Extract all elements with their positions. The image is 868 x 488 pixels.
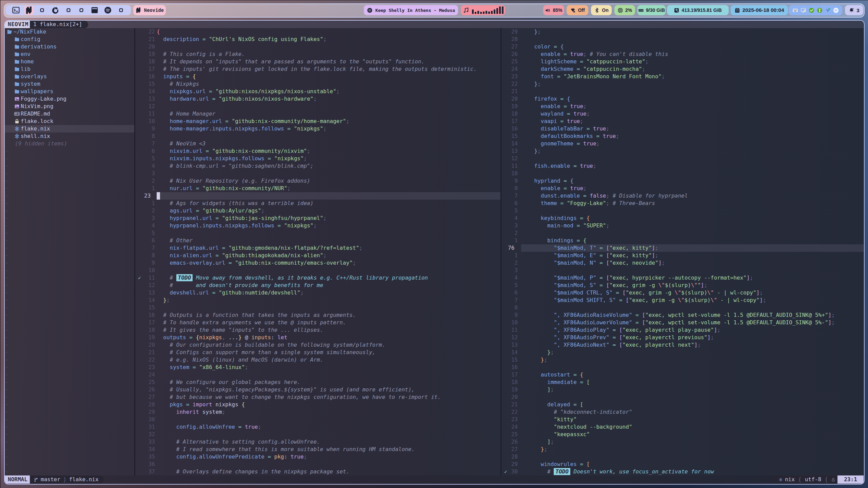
code-line-text: inputs = {: [157, 73, 196, 80]
explorer-item-home[interactable]: home: [5, 58, 135, 65]
code-line: 11 ", XF86AudioPlay" = ["exec, playerctl…: [501, 326, 864, 334]
explorer-item-overlays[interactable]: overlays: [5, 73, 135, 80]
neovim-icon: [25, 6, 33, 14]
code-pane-left[interactable]: 22{21 description = "ChUrl's NixOS confi…: [135, 28, 500, 475]
relative-line-number: 2: [501, 229, 518, 237]
code-token: # Alternative to setting config.allowUnf…: [157, 439, 320, 445]
code-token: =: [567, 110, 570, 117]
code-token: hyprland: [534, 178, 560, 184]
top-bar: Neovide Keep Shelly In Athens - Medusa 8…: [4, 3, 865, 18]
code-token: immediate: [547, 379, 577, 385]
code-token: =: [560, 200, 564, 206]
explorer-item-derivations[interactable]: derivations: [5, 43, 135, 50]
code-token: enable: [541, 51, 560, 57]
code-token: {: [157, 28, 160, 35]
code-line-text: theme = "Foggy-Lake"; # Three-Bears: [521, 200, 655, 207]
notifications-pill[interactable]: 3: [845, 5, 863, 15]
memory-value: 9/30 GiB: [646, 7, 665, 13]
code-token: ;: [537, 148, 541, 154]
code-token: "github:nix-community/home-manager": [232, 118, 346, 124]
code-token: }: [534, 148, 538, 154]
code-token: [567, 51, 570, 57]
media-pill[interactable]: Keep Shelly In Athens - Medusa: [364, 5, 458, 15]
code-token: "$mainMod SHIFT, S": [554, 297, 616, 303]
code-line: 9 emacs-overlay.url = "github:nix-commun…: [135, 259, 500, 267]
code-token: true: [570, 103, 584, 109]
disk-pill[interactable]: 413.19/915.81 GiB: [667, 5, 729, 15]
spotify-tray-icon[interactable]: [833, 7, 839, 13]
code-line-text: home-manager.url = "github:nix-community…: [157, 118, 349, 125]
relative-line-number: 37: [135, 468, 155, 475]
code-token: [573, 222, 577, 229]
relative-line-number: 14: [501, 349, 518, 356]
screen-lock-icon[interactable]: [801, 7, 806, 13]
code-line: 15 };: [501, 356, 864, 364]
network-pill[interactable]: Off: [567, 5, 588, 15]
code-token: devshell: [170, 289, 196, 296]
explorer-item-config[interactable]: config: [5, 36, 135, 43]
code-token: lightScheme: [541, 58, 577, 65]
code-token: [193, 334, 196, 341]
explorer-item-flake.nix[interactable]: flake.nix: [5, 125, 135, 133]
code-token: .: [206, 245, 209, 251]
code-token: =: [189, 334, 193, 341]
code-token: [157, 401, 170, 408]
code-token: [206, 36, 209, 42]
explorer-item-flake.lock[interactable]: flake.lock: [5, 118, 135, 125]
explorer-item-lib[interactable]: lib: [5, 65, 135, 73]
explorer-item-system[interactable]: system: [5, 80, 135, 88]
workspace-5[interactable]: [64, 6, 73, 15]
empty-line-tilde: ~: [5, 401, 8, 408]
workspace-1[interactable]: [11, 6, 20, 15]
explorer-item-wallpapers[interactable]: wallpapers: [5, 88, 135, 95]
workspaces-pill: [6, 5, 131, 15]
memory-pill[interactable]: 9/30 GiB: [637, 5, 666, 15]
code-token: "catppuccin-mocha": [583, 66, 642, 72]
bluetooth-pill[interactable]: On: [591, 5, 612, 15]
keyboard-icon[interactable]: [792, 7, 798, 13]
relative-line-number: 3: [135, 215, 155, 222]
code-token: [193, 207, 196, 214]
check-circle-icon[interactable]: [809, 7, 814, 13]
workspace-9[interactable]: [116, 6, 125, 15]
explorer-item-label: env: [21, 50, 31, 58]
code-token: [281, 222, 284, 229]
explorer-item-Foggy-Lake.png[interactable]: Foggy-Lake.png: [5, 95, 135, 103]
code-token: # Outputs is a function that takes the i…: [157, 312, 356, 318]
code-line: 26 ];: [501, 438, 864, 446]
clock-pill[interactable]: 2025-06-18 00:04: [731, 5, 788, 15]
code-pane-right[interactable]: 29 };2827 color = {26 enable = true; # Y…: [501, 28, 864, 475]
folder-icon: [14, 74, 20, 79]
explorer-item-env[interactable]: env: [5, 50, 135, 58]
code-token: ;: [287, 185, 291, 191]
code-line-text: # Our configuration is buildable on the …: [157, 341, 385, 349]
workspace-8[interactable]: [103, 6, 112, 15]
code-token: =: [619, 297, 623, 303]
buffer-tab[interactable]: 1 flake.nix[2+]: [30, 21, 88, 28]
relative-line-number: 8: [135, 133, 155, 140]
volume-pill[interactable]: 85%: [543, 5, 564, 15]
code-line-text: "nextcloud --background": [521, 423, 632, 431]
code-line-text: # Ags for widgets (this was a terrible i…: [157, 200, 313, 207]
cpu-pill[interactable]: 2%: [614, 5, 635, 15]
workspace-2-active[interactable]: [24, 6, 34, 15]
code-line: 34 # I read somewhere that this is more …: [135, 446, 500, 453]
explorer-item-shell.nix[interactable]: shell.nix: [5, 133, 135, 140]
relative-line-number: 32: [135, 431, 155, 438]
current-line-number: 76: [508, 244, 514, 252]
code-token: "exec, neovide": [609, 260, 658, 266]
code-token: [157, 252, 170, 259]
code-token: ;: [596, 140, 600, 147]
workspace-4[interactable]: [51, 6, 60, 15]
keepassxc-icon[interactable]: [817, 7, 823, 13]
workspace-6[interactable]: [77, 6, 86, 15]
empty-line-tilde: ~: [5, 282, 8, 289]
explorer-item-NixFlake[interactable]: ~/NixFlake: [5, 28, 135, 36]
code-token: .: [179, 207, 183, 214]
kdeconnect-icon[interactable]: [825, 7, 831, 13]
code-token: =: [577, 66, 580, 72]
explorer-item-NixVim.png[interactable]: NixVim.png: [5, 103, 135, 110]
explorer-item-README.md[interactable]: README.md: [5, 110, 135, 118]
workspace-3[interactable]: [38, 6, 47, 15]
workspace-7[interactable]: [90, 6, 99, 15]
